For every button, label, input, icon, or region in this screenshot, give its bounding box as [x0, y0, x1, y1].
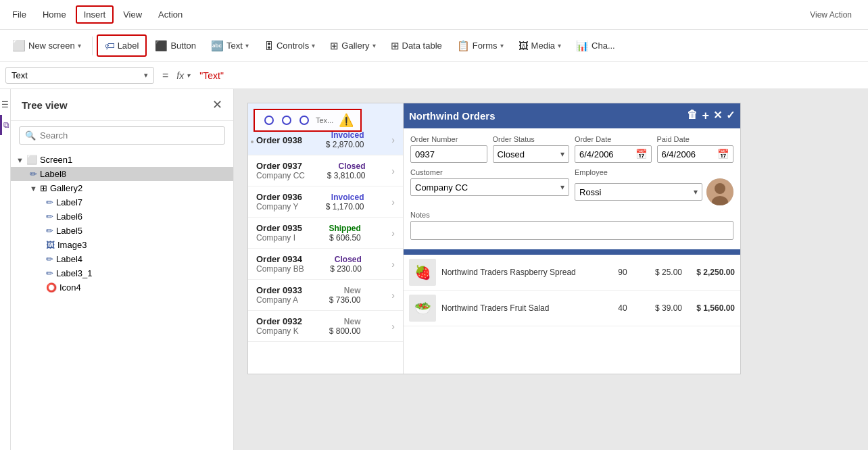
order-0932-chevron: › — [391, 321, 395, 332]
order-item-0932[interactable]: Order 0932 Company K New $ 800.00 › — [248, 311, 403, 342]
notes-label: Notes — [410, 211, 733, 219]
paid-date-calendar-icon[interactable]: 📅 — [717, 149, 729, 159]
formula-selector-chevron: ▾ — [144, 71, 148, 80]
menu-action[interactable]: Action — [151, 7, 189, 22]
order-item-0936[interactable]: Order 0936 Company Y Invoiced $ 1,170.00… — [248, 186, 403, 218]
order-0936-status: Invoiced — [331, 193, 364, 202]
text-button[interactable]: 🔤 Text ▾ — [204, 36, 256, 56]
resize-handle-left[interactable] — [264, 116, 274, 125]
tree-item-image3[interactable]: 🖼 Image3 — [11, 238, 233, 252]
delete-icon[interactable]: 🗑 — [687, 109, 698, 123]
formula-bar: Text ▾ = fx ▾ "Text" — [0, 62, 868, 89]
order-0937-number: Order 0937 — [256, 161, 305, 171]
customer-field: Customer Company CC ▾ — [410, 168, 569, 205]
label8-icon: ✏ — [30, 169, 37, 179]
screen1-arrow: ▼ — [16, 156, 24, 164]
text-chevron: ▾ — [245, 42, 249, 49]
button-button[interactable]: ⬛ Button — [148, 36, 203, 56]
employee-label: Employee — [575, 168, 733, 176]
data-table-button[interactable]: ⊞ Data table — [384, 36, 449, 56]
employee-select[interactable]: Rossi ▾ — [575, 183, 702, 201]
order-0935-status: Shipped — [329, 224, 360, 233]
order-number-value: 0937 — [415, 149, 435, 159]
tree-item-label3-1[interactable]: ✏ Label3_1 — [11, 266, 233, 280]
order-item-0937[interactable]: Order 0937 Company CC Closed $ 3,810.00 … — [248, 155, 403, 186]
order-status-select[interactable]: Closed ▾ — [493, 145, 570, 163]
new-screen-icon: ⬜ — [12, 39, 26, 52]
order-0937-amount: $ 3,810.00 — [327, 171, 366, 180]
menu-home[interactable]: Home — [36, 7, 73, 22]
resize-handle-center[interactable] — [282, 116, 291, 125]
order-0934-chevron: › — [391, 259, 395, 270]
tree-item-label6[interactable]: ✏ Label6 — [11, 209, 233, 224]
tree-title: Tree view — [22, 99, 68, 111]
selected-label-control[interactable]: Tex... ⚠️ — [254, 109, 362, 132]
employee-photo — [706, 178, 733, 205]
order-0932-left: Order 0932 Company K — [256, 316, 302, 336]
forms-icon: 📋 — [457, 40, 470, 52]
cancel-icon[interactable]: ✕ — [713, 109, 722, 123]
order-0938-status: Invoiced — [331, 130, 364, 140]
new-screen-button[interactable]: ⬜ New screen ▾ — [5, 35, 88, 56]
confirm-icon[interactable]: ✓ — [726, 109, 735, 123]
product-0-qty: 90 — [609, 268, 636, 277]
text-label: Text — [226, 41, 243, 51]
menu-file[interactable]: File — [5, 7, 33, 22]
media-button[interactable]: 🖼 Media ▾ — [512, 36, 568, 55]
controls-button[interactable]: 🎛 Controls ▾ — [257, 36, 322, 55]
product-1-name: Northwind Traders Fruit Salad — [441, 303, 604, 313]
gallery-button[interactable]: ⊞ Gallery ▾ — [323, 36, 382, 56]
customer-select[interactable]: Company CC ▾ — [410, 178, 569, 196]
search-input[interactable] — [40, 130, 219, 141]
forms-button[interactable]: 📋 Forms ▾ — [450, 36, 510, 56]
order-status-value: Closed — [498, 149, 525, 159]
tree-item-label5[interactable]: ✏ Label5 — [11, 224, 233, 238]
employee-avatar-svg — [706, 178, 733, 205]
order-number-input[interactable]: 0937 — [410, 145, 487, 163]
chart-button[interactable]: 📊 Cha... — [569, 36, 622, 56]
notes-field: Notes — [410, 211, 733, 240]
order-0937-right: Closed $ 3,810.00 — [327, 161, 366, 180]
hamburger-icon[interactable]: ☰ — [0, 95, 11, 115]
preview-content: Order 0938 Invoiced $ 2,870.00 › Order 0… — [248, 103, 740, 374]
order-date-calendar-icon[interactable]: 📅 — [635, 149, 647, 159]
fx-label: fx — [176, 70, 184, 81]
label-button[interactable]: 🏷 Label — [97, 34, 147, 57]
menu-view[interactable]: View — [116, 7, 149, 22]
order-0936-chevron: › — [391, 197, 395, 207]
label-label: Label — [118, 41, 139, 51]
order-date-input[interactable]: 6/4/2006 📅 — [575, 145, 652, 163]
tree-item-label7[interactable]: ✏ Label7 — [11, 195, 233, 209]
tree-item-gallery2[interactable]: ▼ ⊞ Gallery2 — [11, 181, 233, 195]
detail-panel: Northwind Orders 🗑 + ✕ ✓ Order Number — [404, 103, 740, 374]
order-0936-amount: $ 1,170.00 — [326, 202, 364, 211]
tree-item-screen1[interactable]: ▼ ⬜ Screen1 — [11, 153, 233, 167]
chart-label: Cha... — [592, 41, 615, 51]
order-item-0934[interactable]: Order 0934 Company BB Closed $ 230.00 › — [248, 249, 403, 280]
layers-icon[interactable]: ⧉ — [0, 115, 11, 135]
order-0932-status: New — [344, 317, 361, 326]
paid-date-input[interactable]: 6/4/2006 📅 — [657, 145, 734, 163]
menu-insert[interactable]: Insert — [76, 5, 114, 24]
tree-item-label4[interactable]: ✏ Label4 — [11, 252, 233, 266]
order-item-0933[interactable]: Order 0933 Company A New $ 736.00 › — [248, 280, 403, 311]
sidebar-icons: ☰ ⧉ — [0, 89, 11, 450]
add-icon[interactable]: + — [702, 109, 709, 123]
gallery2-label: Gallery2 — [50, 183, 82, 193]
fx-chevron: ▾ — [187, 72, 190, 79]
tree-search-box[interactable]: 🔍 — [19, 126, 225, 145]
paid-date-value: 6/4/2006 — [662, 149, 696, 159]
resize-handle-bottom-left[interactable] — [251, 141, 254, 143]
formula-selector[interactable]: Text ▾ — [5, 67, 154, 84]
detail-fields: Order Number 0937 Order Status Closed ▾ — [404, 128, 740, 247]
formula-equals: = — [158, 70, 172, 82]
canvas-area: Tex... ⚠️ Order 0938 Invoiced $ 2,870.00 — [234, 89, 868, 450]
notes-input[interactable] — [410, 221, 733, 240]
order-item-0935[interactable]: Order 0935 Company I Shipped $ 606.50 › — [248, 218, 403, 249]
controls-icon: 🎛 — [264, 40, 274, 51]
tree-item-label8[interactable]: ✏ Label8 — [11, 167, 233, 181]
button-label: Button — [170, 41, 196, 51]
resize-handle-right[interactable] — [299, 116, 309, 125]
tree-close-button[interactable]: ✕ — [212, 97, 222, 112]
tree-item-icon4[interactable]: ⭕ Icon4 — [11, 280, 233, 295]
